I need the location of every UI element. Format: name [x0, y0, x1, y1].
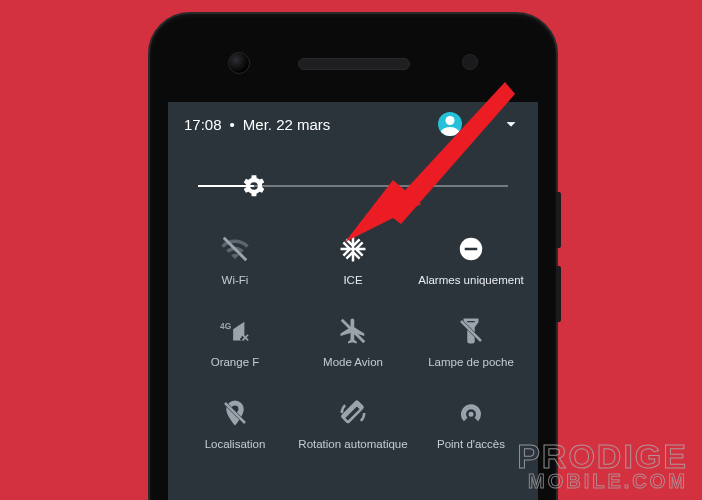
dnd-icon	[454, 232, 488, 266]
status-date: Mer. 22 mars	[243, 116, 331, 133]
proximity-sensor	[462, 54, 478, 70]
brightness-thumb-icon[interactable]	[240, 172, 268, 200]
signal-4g-icon: 4G	[218, 314, 252, 348]
auto-rotate-icon	[336, 396, 370, 430]
tile-wifi[interactable]: Wi-Fi	[176, 232, 294, 286]
pencil-icon[interactable]	[470, 113, 492, 135]
tile-label: Wi-Fi	[222, 274, 249, 286]
watermark: PRODIGE MOBILE.COM	[517, 442, 688, 490]
brightness-slider[interactable]	[198, 172, 508, 200]
front-camera	[228, 52, 250, 74]
tile-label: Localisation	[205, 438, 266, 450]
tile-label: Lampe de poche	[428, 356, 514, 368]
speaker-grille	[298, 58, 410, 70]
status-time: 17:08	[184, 116, 222, 133]
volume-down-button	[556, 266, 561, 322]
location-off-icon	[218, 396, 252, 430]
quick-settings-grid: Wi-Fi ICE Alarmes uniquement 4G Orange F	[168, 226, 538, 450]
tile-flashlight[interactable]: Lampe de poche	[412, 314, 530, 368]
svg-text:4G: 4G	[220, 321, 232, 331]
flashlight-icon	[454, 314, 488, 348]
status-bar: 17:08 • Mer. 22 mars	[168, 102, 538, 142]
tile-label: Point d'accès	[437, 438, 505, 450]
volume-up-button	[556, 192, 561, 248]
snowflake-icon	[336, 232, 370, 266]
watermark-line1: PRODIGE	[517, 442, 688, 471]
status-separator: •	[230, 116, 235, 133]
chevron-down-icon[interactable]	[500, 113, 522, 135]
quick-settings-panel: 17:08 • Mer. 22 mars Wi-	[168, 102, 538, 500]
tile-hotspot[interactable]: Point d'accès	[412, 396, 530, 450]
wifi-off-icon	[218, 232, 252, 266]
tile-alarms-only[interactable]: Alarmes uniquement	[412, 232, 530, 286]
user-avatar-icon[interactable]	[438, 112, 462, 136]
tile-auto-rotate[interactable]: Rotation automatique	[294, 396, 412, 450]
hotspot-icon	[454, 396, 488, 430]
svg-rect-1	[465, 248, 478, 251]
tile-label: Mode Avion	[323, 356, 383, 368]
watermark-line2: MOBILE.COM	[517, 473, 688, 490]
airplane-icon	[336, 314, 370, 348]
tile-label: ICE	[343, 274, 362, 286]
tile-airplane[interactable]: Mode Avion	[294, 314, 412, 368]
tile-label: Alarmes uniquement	[418, 274, 523, 286]
tile-location[interactable]: Localisation	[176, 396, 294, 450]
tile-mobile-data[interactable]: 4G Orange F	[176, 314, 294, 368]
tile-label: Rotation automatique	[298, 438, 407, 450]
tile-label: Orange F	[211, 356, 260, 368]
phone-frame: 17:08 • Mer. 22 mars Wi-	[148, 12, 558, 500]
tile-ice[interactable]: ICE	[294, 232, 412, 286]
